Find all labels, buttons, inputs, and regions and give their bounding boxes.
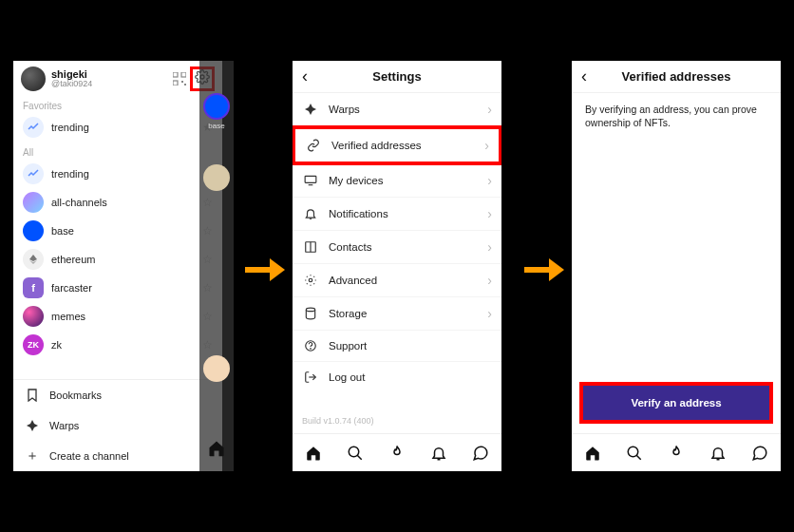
- tab-flame-icon[interactable]: [388, 445, 406, 462]
- settings-row-label: Warps: [329, 104, 478, 115]
- settings-row-storage[interactable]: Storage ›: [293, 297, 501, 331]
- tab-bell-icon[interactable]: [709, 445, 727, 462]
- tab-bar: [572, 433, 781, 471]
- svg-rect-3: [181, 81, 183, 83]
- story-avatar[interactable]: [203, 355, 230, 382]
- allchannels-icon: [23, 192, 44, 213]
- chevron-right-icon: ›: [487, 273, 492, 288]
- settings-row-notifications[interactable]: Notifications ›: [293, 198, 501, 231]
- sidebar-item-memes[interactable]: memes ☆: [13, 302, 222, 331]
- sidebar-item-create-channel[interactable]: ＋ Create a channel: [13, 441, 222, 471]
- sidebar-item-ethereum[interactable]: ethereum ☆: [13, 245, 222, 274]
- sidebar-item-base[interactable]: base ☆: [13, 217, 222, 245]
- feed-overlay-strip: base: [199, 61, 234, 471]
- sidebar-item-label: memes: [51, 311, 195, 322]
- settings-row-logout[interactable]: Log out: [293, 362, 501, 392]
- svg-marker-6: [29, 255, 37, 261]
- memes-icon: [23, 306, 44, 327]
- plus-icon: ＋: [23, 446, 42, 466]
- sidebar-footer: Bookmarks Warps ＋ Create a channel: [13, 379, 222, 471]
- verified-header: ‹ Verified addresses: [572, 61, 781, 93]
- section-label-favorites: Favorites: [13, 95, 222, 113]
- sidebar-item-farcaster[interactable]: f farcaster ☆: [13, 274, 222, 302]
- tab-search-icon[interactable]: [626, 445, 643, 462]
- link-icon: [305, 139, 322, 152]
- chevron-right-icon: ›: [484, 138, 489, 153]
- tab-flame-icon[interactable]: [668, 445, 685, 462]
- svg-point-21: [628, 446, 638, 457]
- devices-icon: [302, 174, 319, 187]
- bookmark-icon: [23, 386, 42, 405]
- sidebar-item-label: base: [51, 225, 195, 237]
- sidebar-item-label: Bookmarks: [49, 390, 213, 401]
- chevron-right-icon: ›: [487, 173, 492, 188]
- phone-verified-addresses-screen: ‹ Verified addresses By verifying an add…: [572, 61, 781, 471]
- svg-marker-24: [270, 258, 285, 281]
- warps-icon: [302, 103, 319, 116]
- back-button[interactable]: ‹: [581, 66, 598, 86]
- story-avatar-base[interactable]: base: [203, 93, 230, 130]
- sidebar-item-warps[interactable]: Warps: [13, 410, 222, 441]
- settings-row-label: My devices: [329, 175, 478, 186]
- page-title: Settings: [319, 69, 475, 84]
- back-button[interactable]: ‹: [302, 66, 319, 86]
- settings-row-support[interactable]: Support: [293, 331, 501, 362]
- tab-home-icon[interactable]: [305, 445, 322, 462]
- phone-settings-screen: ‹ Settings Warps › Verified addresses › …: [293, 61, 501, 471]
- trending-icon: [23, 163, 44, 184]
- svg-rect-0: [173, 72, 178, 77]
- qr-icon[interactable]: [171, 70, 188, 87]
- section-label-all: All: [13, 142, 222, 160]
- tabbar-home-icon[interactable]: [207, 439, 226, 471]
- sidebar-item-allchannels[interactable]: all-channels ☆: [13, 188, 222, 217]
- settings-row-contacts[interactable]: Contacts ›: [293, 231, 501, 264]
- chevron-right-icon: ›: [487, 306, 492, 321]
- sidebar-item-label: trending: [51, 168, 195, 180]
- svg-rect-2: [173, 81, 178, 86]
- tab-search-icon[interactable]: [347, 445, 364, 462]
- verify-button-label: Verify an address: [631, 397, 721, 408]
- settings-row-advanced[interactable]: Advanced ›: [293, 264, 501, 297]
- svg-line-22: [636, 455, 641, 460]
- chevron-right-icon: ›: [487, 239, 492, 255]
- svg-marker-26: [549, 258, 564, 281]
- sidebar-item-label: zk: [51, 339, 195, 351]
- tab-home-icon[interactable]: [584, 445, 601, 462]
- sidebar-item-zk[interactable]: ZK zk ☆: [13, 331, 222, 359]
- user-handle: @taki0924: [51, 80, 171, 89]
- sidebar-item-label: farcaster: [51, 282, 195, 294]
- verify-button-highlight: Verify an address: [579, 382, 773, 424]
- story-avatar[interactable]: [203, 164, 230, 191]
- tab-chat-icon[interactable]: [751, 445, 768, 462]
- sidebar-header: shigeki @taki0924: [13, 61, 222, 95]
- story-label: base: [203, 122, 230, 130]
- settings-row-my-devices[interactable]: My devices ›: [293, 164, 501, 198]
- settings-row-verified-addresses-highlight[interactable]: Verified addresses ›: [293, 125, 501, 165]
- svg-marker-8: [27, 420, 38, 431]
- build-version: Build v1.0.74 (400): [293, 408, 501, 433]
- sidebar-item-bookmarks[interactable]: Bookmarks: [13, 380, 222, 410]
- sidebar-item-trending[interactable]: trending ☆: [13, 160, 222, 188]
- settings-row-label: Storage: [329, 308, 478, 319]
- flow-arrow-icon: [243, 253, 285, 287]
- avatar[interactable]: [21, 66, 46, 91]
- help-icon: [302, 339, 319, 352]
- chevron-right-icon: ›: [487, 206, 492, 221]
- user-info[interactable]: shigeki @taki0924: [51, 68, 171, 89]
- tab-chat-icon[interactable]: [472, 445, 489, 462]
- svg-rect-1: [181, 72, 186, 77]
- chevron-right-icon: ›: [487, 102, 492, 117]
- svg-point-19: [349, 446, 359, 457]
- svg-marker-9: [305, 104, 316, 115]
- tab-bell-icon[interactable]: [430, 445, 447, 462]
- phone-sidebar-screen: shigeki @taki0924 Favorites trending ★ A…: [13, 61, 222, 471]
- verify-address-button[interactable]: Verify an address: [583, 386, 769, 420]
- ethereum-icon: [23, 249, 44, 270]
- settings-row-warps[interactable]: Warps ›: [293, 93, 501, 126]
- sidebar-item-trending-fav[interactable]: trending ★: [13, 113, 222, 142]
- settings-header: ‹ Settings: [293, 61, 501, 93]
- sidebar-item-label: trending: [51, 122, 195, 133]
- contacts-icon: [302, 240, 319, 254]
- sidebar-item-label: ethereum: [51, 254, 195, 265]
- tab-bar: [293, 433, 501, 471]
